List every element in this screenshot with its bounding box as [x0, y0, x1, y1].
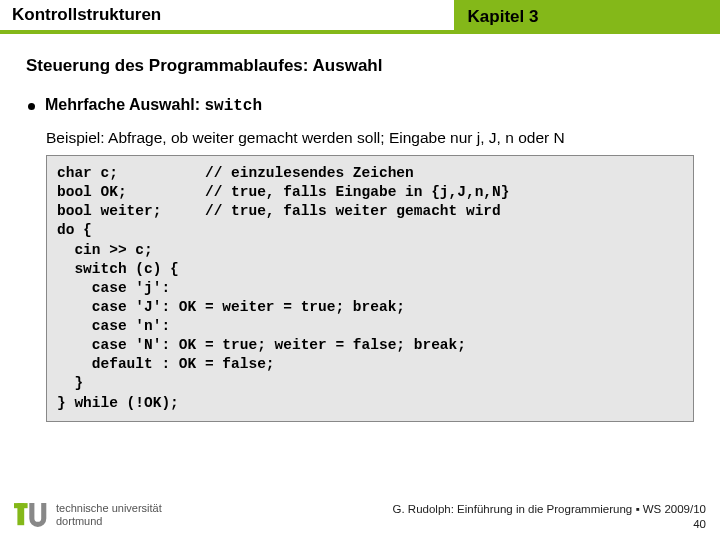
- header-topic: Kontrollstrukturen: [0, 0, 454, 34]
- section-title: Steuerung des Programmablaufes: Auswahl: [26, 56, 694, 76]
- logo-line2: dortmund: [56, 515, 162, 528]
- bullet-item: Mehrfache Auswahl: switch: [28, 96, 694, 115]
- footer-page: 40: [393, 517, 706, 532]
- code-block: char c; // einzulesendes Zeichen bool OK…: [46, 155, 694, 422]
- example-intro: Beispiel: Abfrage, ob weiter gemacht wer…: [46, 129, 694, 147]
- logo-block: technische universität dortmund: [14, 498, 162, 532]
- bullet-keyword: switch: [204, 97, 262, 115]
- slide-header: Kontrollstrukturen Kapitel 3: [0, 0, 720, 34]
- tu-logo-icon: [14, 498, 48, 532]
- logo-line1: technische universität: [56, 502, 162, 515]
- bullet-text: Mehrfache Auswahl: switch: [45, 96, 262, 115]
- svg-rect-1: [14, 503, 28, 508]
- footer-line1: G. Rudolph: Einführung in die Programmie…: [393, 502, 706, 517]
- bullet-prefix: Mehrfache Auswahl:: [45, 96, 204, 113]
- bullet-icon: [28, 103, 35, 110]
- header-chapter: Kapitel 3: [454, 0, 720, 34]
- slide-content: Steuerung des Programmablaufes: Auswahl …: [0, 34, 720, 422]
- footer-credits: G. Rudolph: Einführung in die Programmie…: [393, 502, 706, 532]
- logo-text: technische universität dortmund: [56, 502, 162, 527]
- slide-footer: technische universität dortmund G. Rudol…: [0, 498, 720, 532]
